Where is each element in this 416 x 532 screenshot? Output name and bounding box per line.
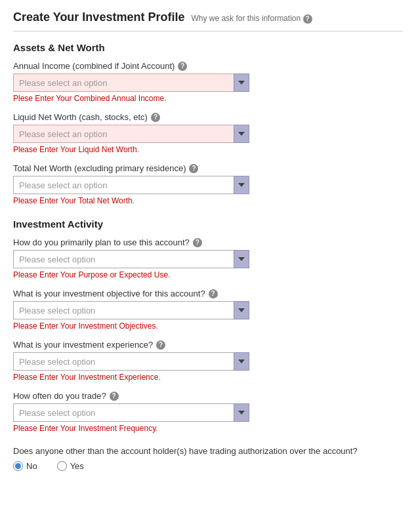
annual-income-label: Annual Income (combined if Joint Account… [13, 61, 403, 71]
annual-income-info-icon[interactable]: ? [178, 62, 187, 71]
liquid-net-worth-field: Liquid Net Worth (cash, stocks, etc) ? P… [13, 112, 403, 154]
annual-income-select[interactable]: Please select an option [13, 73, 249, 92]
investment-objective-field: What is your investment objective for th… [13, 289, 403, 331]
total-net-worth-label: Total Net Worth (excluding primary resid… [13, 163, 403, 173]
trading-frequency-select[interactable]: Please select option [13, 403, 249, 422]
total-net-worth-select-wrapper: Please select an option [13, 176, 249, 194]
investment-experience-select-wrapper: Please select option [13, 352, 249, 371]
account-purpose-select-wrapper: Please select option [13, 250, 249, 268]
investment-experience-select[interactable]: Please select option [13, 352, 249, 371]
investment-experience-label: What is your investment experience? ? [13, 340, 403, 350]
liquid-net-worth-select-wrapper: Please select an option [13, 125, 249, 143]
total-net-worth-select[interactable]: Please select an option [13, 176, 249, 194]
investment-activity-section-title: Investment Activity [13, 218, 403, 230]
trading-auth-question: Does anyone other than the account holde… [13, 446, 403, 456]
header-info-icon[interactable]: ? [303, 14, 312, 24]
investment-experience-error: Please Enter Your Investment Experience. [13, 373, 403, 382]
assets-section: Assets & Net Worth Annual Income (combin… [13, 42, 403, 205]
annual-income-field: Annual Income (combined if Joint Account… [13, 61, 403, 103]
investment-experience-info-icon[interactable]: ? [156, 340, 165, 350]
trading-frequency-select-wrapper: Please select option [13, 403, 249, 422]
account-purpose-error: Please Enter Your Purpose or Expected Us… [13, 270, 403, 279]
investment-objective-select-wrapper: Please select option [13, 301, 249, 319]
page-header: Create Your Investment Profile Why we as… [13, 10, 403, 31]
trading-auth-yes-radio[interactable] [57, 461, 67, 471]
investment-experience-field: What is your investment experience? ? Pl… [13, 340, 403, 382]
trading-auth-radio-group: No Yes [13, 461, 403, 471]
annual-income-select-wrapper: Please select an option [13, 73, 249, 92]
trading-auth-no-label[interactable]: No [13, 461, 37, 471]
account-purpose-info-icon[interactable]: ? [193, 238, 202, 247]
investment-objective-info-icon[interactable]: ? [209, 289, 218, 298]
trading-auth-yes-text: Yes [70, 461, 84, 471]
trading-auth-yes-label[interactable]: Yes [57, 461, 84, 471]
total-net-worth-field: Total Net Worth (excluding primary resid… [13, 163, 403, 205]
liquid-net-worth-label: Liquid Net Worth (cash, stocks, etc) ? [13, 112, 403, 122]
account-purpose-select[interactable]: Please select option [13, 250, 249, 268]
page-title: Create Your Investment Profile [13, 10, 184, 24]
account-purpose-label: How do you primarily plan to use this ac… [13, 237, 403, 247]
trading-frequency-field: How often do you trade? ? Please select … [13, 391, 403, 433]
trading-auth-no-text: No [26, 461, 37, 471]
why-link[interactable]: Why we ask for this information ? [191, 14, 312, 24]
liquid-net-worth-error: Please Enter Your Liquid Net Worth. [13, 145, 403, 154]
investment-objective-select[interactable]: Please select option [13, 301, 249, 319]
account-purpose-field: How do you primarily plan to use this ac… [13, 237, 403, 279]
trading-auth-field: Does anyone other than the account holde… [13, 446, 403, 471]
trading-frequency-error: Please Enter Your Investment Frequency. [13, 424, 403, 433]
trading-auth-no-radio[interactable] [13, 461, 23, 471]
trading-frequency-label: How often do you trade? ? [13, 391, 403, 401]
annual-income-error: Plese Enter Your Combined Annual Income. [13, 94, 403, 103]
total-net-worth-error: Please Enter Your Total Net Worth. [13, 196, 403, 205]
trading-frequency-info-icon[interactable]: ? [110, 392, 119, 401]
liquid-net-worth-select[interactable]: Please select an option [13, 125, 249, 143]
investment-objective-label: What is your investment objective for th… [13, 289, 403, 298]
investment-objective-error: Please Enter Your Investment Objectives. [13, 321, 403, 331]
liquid-net-worth-info-icon[interactable]: ? [151, 113, 160, 122]
total-net-worth-info-icon[interactable]: ? [189, 164, 198, 173]
assets-section-title: Assets & Net Worth [13, 42, 403, 53]
investment-activity-section: Investment Activity How do you primarily… [13, 218, 403, 433]
